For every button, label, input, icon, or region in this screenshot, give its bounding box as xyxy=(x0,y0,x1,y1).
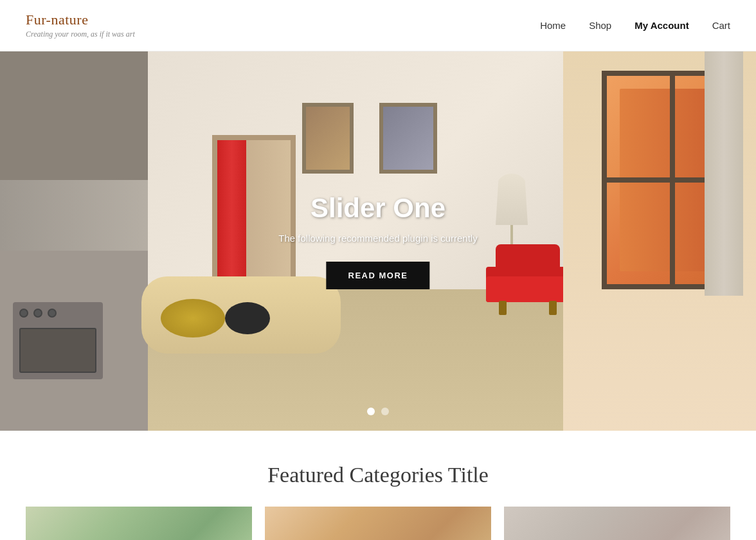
below-hero-section: Featured Categories Title xyxy=(0,431,756,540)
slider-dots xyxy=(367,408,389,415)
kitchen-cabinet xyxy=(0,51,148,180)
slider-title: Slider One xyxy=(278,193,477,224)
kitchen-area xyxy=(0,51,148,431)
window-area xyxy=(563,51,756,431)
armchair-leg-right xyxy=(549,301,557,315)
brand-name-part2: nature xyxy=(51,12,88,28)
window-curtain xyxy=(705,51,743,296)
oven xyxy=(13,302,103,379)
kitchen-counter xyxy=(0,251,148,431)
oven-knob xyxy=(33,309,42,318)
oven-knob xyxy=(48,309,57,318)
category-card-1[interactable] xyxy=(26,507,252,540)
wall-art xyxy=(302,103,437,174)
lamp-shade xyxy=(496,174,528,225)
category-card-2[interactable] xyxy=(265,507,491,540)
oven-knob xyxy=(19,309,28,318)
window-divider-v xyxy=(670,76,675,284)
nav-cart[interactable]: Cart xyxy=(712,20,730,31)
nav-home[interactable]: Home xyxy=(540,20,566,31)
wall-picture-2 xyxy=(379,103,437,174)
category-card-3[interactable] xyxy=(504,507,730,540)
brand-name-part1: Fur- xyxy=(26,12,51,28)
nav-shop[interactable]: Shop xyxy=(589,20,611,31)
brand-tagline: Creating your room, as if it was art xyxy=(26,30,135,39)
brand-name: Fur-nature xyxy=(26,12,135,28)
oven-knobs xyxy=(19,309,57,318)
slider-dot-2[interactable] xyxy=(381,408,389,415)
hero-slider: Slider One The following recommended plu… xyxy=(0,51,756,431)
armchair-seat xyxy=(486,276,570,302)
main-nav: Home Shop My Account Cart xyxy=(540,20,730,31)
site-header: Fur-nature Creating your room, as if it … xyxy=(0,0,756,51)
category-grid xyxy=(26,507,730,540)
wall-picture-1 xyxy=(302,103,354,174)
armchair-leg-left xyxy=(499,301,507,315)
oven-door xyxy=(19,328,96,373)
slider-subtitle: The following recommended plugin is curr… xyxy=(278,233,477,244)
brand-block: Fur-nature Creating your room, as if it … xyxy=(26,12,135,39)
armchair xyxy=(486,244,570,315)
slider-content: Slider One The following recommended plu… xyxy=(278,193,477,289)
tray-gold xyxy=(161,299,225,338)
featured-categories-title: Featured Categories Title xyxy=(26,463,730,487)
nav-my-account[interactable]: My Account xyxy=(634,20,688,31)
plate-dark xyxy=(225,302,270,334)
slider-read-more-button[interactable]: READ MORE xyxy=(327,262,430,289)
slider-dot-1[interactable] xyxy=(367,408,375,415)
